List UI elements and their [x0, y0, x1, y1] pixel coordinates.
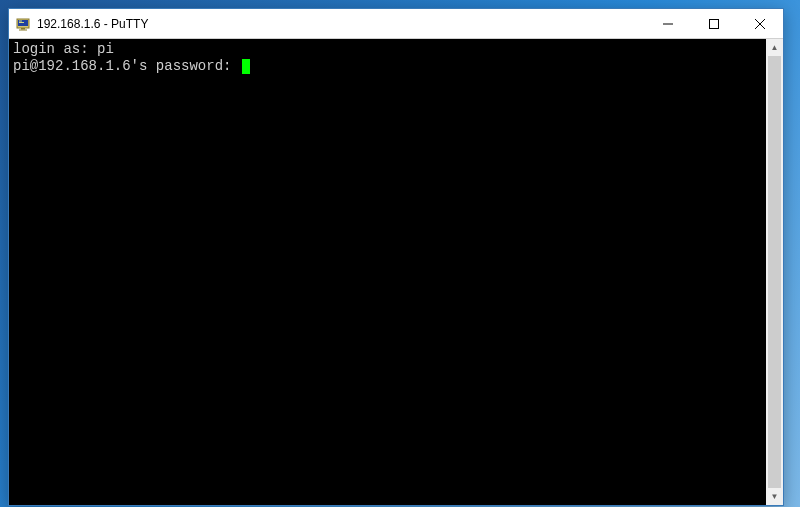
login-line: login as: pi — [13, 41, 762, 58]
scroll-down-button[interactable]: ▼ — [766, 488, 783, 505]
chevron-up-icon: ▲ — [771, 44, 779, 52]
vertical-scrollbar[interactable]: ▲ ▼ — [766, 39, 783, 505]
password-line: pi@192.168.1.6's password: — [13, 58, 762, 75]
scroll-thumb[interactable] — [768, 56, 781, 488]
titlebar[interactable]: 192.168.1.6 - PuTTY — [9, 9, 783, 39]
titlebar-controls — [645, 9, 783, 38]
putty-window: 192.168.1.6 - PuTTY login as: pi pi@192.… — [8, 8, 784, 506]
scroll-track[interactable] — [766, 56, 783, 488]
login-value: pi — [97, 41, 114, 58]
window-title: 192.168.1.6 - PuTTY — [37, 17, 148, 31]
chevron-down-icon: ▼ — [771, 493, 779, 501]
login-prompt: login as: — [13, 41, 97, 58]
svg-rect-2 — [21, 28, 25, 30]
svg-rect-7 — [710, 19, 719, 28]
close-button[interactable] — [737, 9, 783, 38]
cursor-icon — [242, 59, 250, 74]
putty-icon — [15, 16, 31, 32]
titlebar-left: 192.168.1.6 - PuTTY — [9, 16, 645, 32]
client-area: login as: pi pi@192.168.1.6's password: … — [9, 39, 783, 505]
terminal[interactable]: login as: pi pi@192.168.1.6's password: — [9, 39, 766, 505]
maximize-button[interactable] — [691, 9, 737, 38]
minimize-button[interactable] — [645, 9, 691, 38]
password-prompt: pi@192.168.1.6's password: — [13, 58, 240, 75]
svg-rect-3 — [19, 29, 27, 30]
scroll-up-button[interactable]: ▲ — [766, 39, 783, 56]
